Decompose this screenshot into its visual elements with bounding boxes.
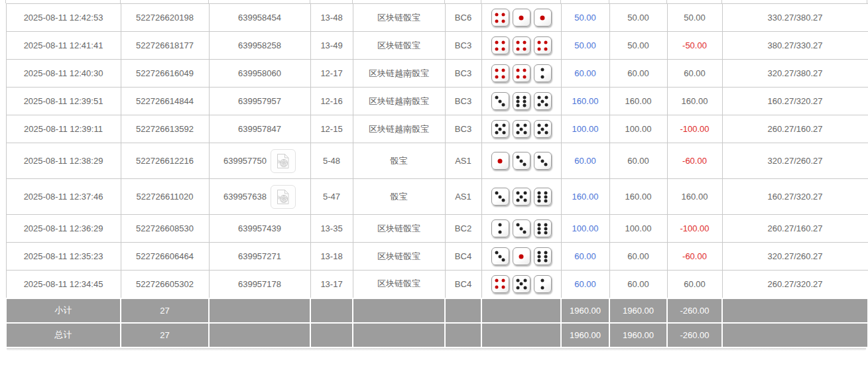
round-id-text: 639958454: [238, 13, 281, 23]
dice-group: [483, 152, 560, 170]
die-pip: [502, 13, 505, 16]
die-pip: [502, 40, 505, 44]
die-pip: [540, 15, 545, 20]
die-face-4: [491, 9, 509, 27]
column-border-line: [310, 0, 310, 3]
die-face-6: [534, 219, 552, 237]
die-pip: [517, 103, 520, 107]
bet-amount-cell[interactable]: 100.00: [561, 115, 609, 143]
die-pip: [544, 199, 547, 202]
table-row: 2025-08-11 12:37:46522726611020639957638…: [6, 179, 868, 215]
bet-time-cell: 2025-08-11 12:40:30: [6, 60, 121, 88]
game-name-cell: 区块链骰宝: [353, 271, 445, 298]
die-pip: [495, 19, 499, 23]
video-replay-icon[interactable]: [271, 149, 296, 173]
bet-amount-link[interactable]: 60.00: [574, 156, 596, 166]
balance-cell: 320.27/260.27: [722, 243, 868, 271]
bet-amount-link[interactable]: 160.00: [572, 192, 599, 202]
summary-bet-cell: 1960.00: [561, 298, 609, 323]
round-id-wrap: 639957178: [211, 279, 309, 289]
die-pip: [544, 124, 548, 127]
column-border-line: [5, 0, 6, 3]
bet-time-cell: 2025-08-11 12:42:53: [6, 4, 121, 32]
die-face-1: [513, 247, 530, 265]
bet-amount-link[interactable]: 50.00: [574, 40, 596, 50]
win-loss-cell: -100.00: [667, 215, 722, 243]
bet-amount-cell[interactable]: 60.00: [561, 143, 609, 179]
die-pip: [499, 99, 502, 103]
round-id-cell: 639958258: [209, 32, 310, 60]
bet-amount-cell[interactable]: 60.00: [561, 271, 609, 298]
die-pip: [538, 40, 541, 44]
die-pip: [520, 227, 523, 230]
period-cell: 12-16: [310, 88, 353, 115]
die-pip: [541, 99, 544, 103]
die-pip: [544, 195, 547, 198]
bet-amount-link[interactable]: 100.00: [572, 124, 599, 134]
bet-id-cell: 522726608530: [121, 215, 209, 243]
table-code-cell: BC3: [445, 88, 481, 115]
table-code-cell: AS1: [445, 179, 481, 215]
video-replay-icon[interactable]: [271, 185, 296, 209]
bet-amount-link[interactable]: 60.00: [574, 279, 596, 289]
bet-amount-link[interactable]: 100.00: [572, 223, 599, 233]
die-pip: [523, 95, 526, 99]
table-row: 2025-08-11 12:34:45522726605302639957178…: [6, 271, 868, 298]
bet-id-cell: 522726614844: [121, 88, 209, 115]
die-pip: [495, 96, 498, 99]
table-row: 2025-08-11 12:38:29522726612216639957750…: [6, 143, 868, 179]
die-face-4: [491, 64, 509, 82]
die-pip: [502, 258, 505, 261]
die-pip: [544, 96, 548, 99]
summary-empty-round: [209, 323, 310, 347]
bet-amount-cell[interactable]: 50.00: [561, 4, 609, 32]
bet-amount-link[interactable]: 60.00: [574, 251, 596, 261]
period-cell: 12-17: [310, 60, 353, 88]
summary-valid-cell: 1960.00: [609, 298, 667, 323]
round-id-text: 639958060: [238, 68, 281, 78]
bet-time-cell: 2025-08-11 12:35:23: [6, 243, 121, 271]
bet-amount-link[interactable]: 160.00: [572, 96, 599, 106]
round-id-text: 639957439: [238, 223, 281, 233]
bet-amount-cell[interactable]: 60.00: [561, 243, 609, 271]
round-id-wrap: 639957750: [211, 149, 309, 173]
die-pip: [538, 47, 541, 50]
bet-amount-cell[interactable]: 50.00: [561, 32, 609, 60]
die-pip: [520, 195, 523, 198]
bet-amount-cell[interactable]: 100.00: [561, 215, 609, 243]
round-id-cell: 639957847: [209, 115, 310, 143]
balance-cell: 160.27/320.27: [722, 88, 868, 115]
bet-amount-cell[interactable]: 160.00: [561, 88, 609, 115]
bet-amount-cell[interactable]: 60.00: [561, 60, 609, 88]
win-loss-cell: -100.00: [667, 115, 722, 143]
bet-amount-link[interactable]: 50.00: [574, 13, 596, 23]
die-pip: [541, 278, 544, 282]
die-face-6: [534, 188, 552, 206]
die-pip: [517, 75, 520, 78]
game-name-cell: 区块链越南骰宝: [353, 60, 445, 88]
die-face-2: [491, 219, 509, 237]
win-loss-cell: 60.00: [667, 60, 722, 88]
die-face-5: [513, 120, 530, 138]
win-loss-cell: -50.00: [667, 32, 722, 60]
die-pip: [538, 223, 541, 226]
bet-amount-link[interactable]: 60.00: [574, 68, 596, 78]
column-border-line: [352, 0, 353, 3]
die-pip: [495, 75, 499, 78]
die-pip: [544, 162, 548, 166]
dice-result-cell: [481, 4, 561, 32]
bet-time-cell: 2025-08-11 12:37:46: [6, 179, 121, 215]
die-face-3: [491, 188, 509, 206]
die-pip: [544, 191, 547, 194]
bet-amount-cell[interactable]: 160.00: [561, 179, 609, 215]
subtotal-row: 小计271960.001960.00-260.00: [6, 298, 868, 323]
dice-group: [483, 247, 560, 265]
bet-time-cell: 2025-08-11 12:41:41: [6, 32, 121, 60]
dice-group: [483, 120, 560, 138]
die-pip: [544, 259, 547, 262]
period-cell: 13-17: [310, 271, 353, 298]
die-pip: [516, 192, 519, 195]
balance-cell: 320.27/380.27: [722, 60, 868, 88]
round-id-text: 639957271: [238, 251, 281, 261]
die-pip: [544, 47, 548, 50]
